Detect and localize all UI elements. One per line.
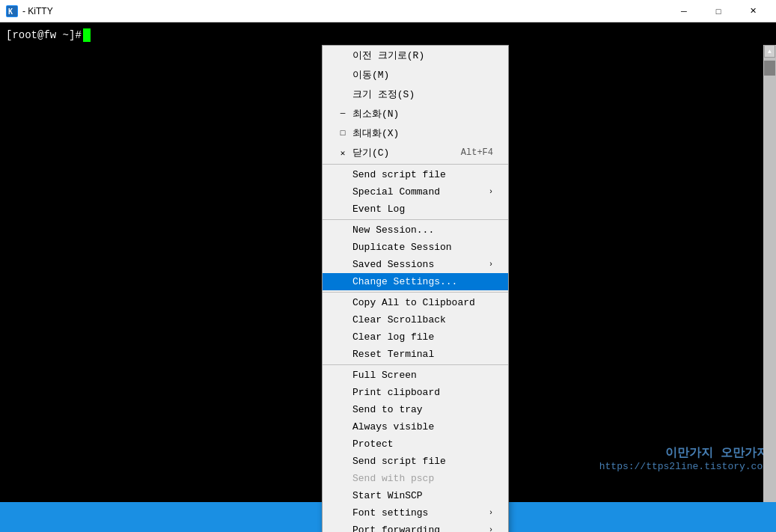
menu-label-close: 닫기(C) xyxy=(352,146,389,159)
menu-label-clear-scrollback: Clear Scrollback xyxy=(352,314,446,325)
menu-item-reset-terminal[interactable]: Reset Terminal xyxy=(323,346,508,363)
title-bar: K - KiTTY ─ □ ✕ xyxy=(0,0,776,22)
menu-item-left: Duplicate Session xyxy=(337,242,452,253)
menu-label-send-script2: Send script file xyxy=(352,456,446,467)
terminal-prompt: [root@fw ~]# xyxy=(6,28,770,42)
menu-item-protect[interactable]: Protect xyxy=(323,435,508,453)
menu-item-left: Start WinSCP xyxy=(337,490,423,501)
menu-item-left: Always visible xyxy=(337,421,434,432)
cursor xyxy=(83,28,91,42)
menu-label-send-to-tray: Send to tray xyxy=(352,404,423,415)
menu-item-resize[interactable]: 크기 조정(S) xyxy=(323,85,508,104)
context-menu-overlay: 이전 크기로(R)이동(M)크기 조정(S)─최소화(N)□최대화(X)✕닫기(… xyxy=(0,45,776,532)
menu-item-send-script2[interactable]: Send script file xyxy=(323,453,508,470)
menu-label-reset-terminal: Reset Terminal xyxy=(352,349,434,360)
menu-label-start-winscp: Start WinSCP xyxy=(352,490,423,501)
submenu-arrow-font-settings: › xyxy=(489,509,493,517)
menu-item-special-command[interactable]: Special Command› xyxy=(323,183,508,201)
menu-item-port-forwarding[interactable]: Port forwarding› xyxy=(323,522,508,532)
menu-item-saved-sessions[interactable]: Saved Sessions› xyxy=(323,256,508,273)
menu-item-left: Clear log file xyxy=(337,331,434,343)
submenu-arrow-port-forwarding: › xyxy=(489,526,493,532)
menu-item-left: Full Screen xyxy=(337,370,417,381)
menu-prefix-minimize: ─ xyxy=(337,109,348,118)
menu-label-minimize: 최소화(N) xyxy=(352,107,399,120)
menu-item-print-clipboard[interactable]: Print clipboard xyxy=(323,384,508,401)
menu-item-left: Send to tray xyxy=(337,404,423,415)
menu-label-copy-all: Copy All to Clipboard xyxy=(352,297,475,308)
app-icon: K xyxy=(6,5,18,17)
maximize-button[interactable]: □ xyxy=(701,0,736,22)
menu-item-left: 이전 크기로(R) xyxy=(337,49,424,62)
menu-item-left: Port forwarding xyxy=(337,525,440,532)
menu-item-left: 이동(M) xyxy=(337,68,389,82)
menu-item-left: Reset Terminal xyxy=(337,349,434,360)
menu-item-close[interactable]: ✕닫기(C)Alt+F4 xyxy=(323,143,508,162)
menu-item-left: Change Settings... xyxy=(337,276,457,287)
menu-label-restore: 이전 크기로(R) xyxy=(352,49,424,62)
menu-separator xyxy=(323,292,508,293)
menu-item-left: Send with pscp xyxy=(337,473,434,484)
menu-item-left: Send script file xyxy=(337,456,446,467)
menu-label-full-screen: Full Screen xyxy=(352,370,417,381)
menu-label-print-clipboard: Print clipboard xyxy=(352,387,440,398)
menu-label-special-command: Special Command xyxy=(352,186,440,198)
menu-item-left: Special Command xyxy=(337,186,440,198)
terminal-area: [root@fw ~]# 이만가지 오만가지 https://ttps2line… xyxy=(0,22,776,532)
menu-item-change-settings[interactable]: Change Settings... xyxy=(323,273,508,290)
menu-label-send-with-pscp: Send with pscp xyxy=(352,473,434,484)
menu-label-move: 이동(M) xyxy=(352,68,389,82)
menu-item-left: 크기 조정(S) xyxy=(337,88,415,101)
menu-item-send-to-tray[interactable]: Send to tray xyxy=(323,401,508,418)
menu-item-send-script[interactable]: Send script file xyxy=(323,166,508,183)
menu-item-duplicate-session[interactable]: Duplicate Session xyxy=(323,239,508,256)
menu-label-font-settings: Font settings xyxy=(352,507,428,519)
menu-prefix-close: ✕ xyxy=(337,148,348,158)
menu-item-new-session[interactable]: New Session... xyxy=(323,221,508,239)
menu-item-left: Print clipboard xyxy=(337,387,440,398)
window-title: - KiTTY xyxy=(22,6,53,16)
menu-item-left: ─최소화(N) xyxy=(337,107,399,120)
menu-item-left: □최대화(X) xyxy=(337,126,399,140)
minimize-button[interactable]: ─ xyxy=(667,0,701,22)
menu-item-move[interactable]: 이동(M) xyxy=(323,65,508,85)
menu-item-always-visible[interactable]: Always visible xyxy=(323,418,508,435)
menu-item-minimize[interactable]: ─최소화(N) xyxy=(323,104,508,123)
menu-item-maximize[interactable]: □최대화(X) xyxy=(323,123,508,143)
title-bar-left: K - KiTTY xyxy=(6,5,53,17)
menu-item-left: Saved Sessions xyxy=(337,259,434,270)
menu-item-left: Copy All to Clipboard xyxy=(337,297,475,308)
menu-item-left: Protect xyxy=(337,438,394,450)
menu-item-event-log[interactable]: Event Log xyxy=(323,201,508,218)
menu-label-change-settings: Change Settings... xyxy=(352,276,457,287)
svg-text:K: K xyxy=(8,7,13,16)
menu-shortcut-close: Alt+F4 xyxy=(461,147,493,158)
menu-prefix-maximize: □ xyxy=(337,129,348,138)
menu-item-clear-scrollback[interactable]: Clear Scrollback xyxy=(323,311,508,328)
submenu-arrow-saved-sessions: › xyxy=(489,260,493,269)
menu-label-protect: Protect xyxy=(352,438,394,450)
menu-item-font-settings[interactable]: Font settings› xyxy=(323,504,508,522)
menu-label-resize: 크기 조정(S) xyxy=(352,88,415,101)
menu-label-send-script: Send script file xyxy=(352,169,446,180)
menu-label-new-session: New Session... xyxy=(352,224,434,236)
menu-item-restore[interactable]: 이전 크기로(R) xyxy=(323,46,508,65)
menu-item-left: Send script file xyxy=(337,169,446,180)
menu-item-clear-log[interactable]: Clear log file xyxy=(323,328,508,346)
close-button[interactable]: ✕ xyxy=(736,0,770,22)
menu-item-send-with-pscp: Send with pscp xyxy=(323,470,508,487)
menu-label-event-log: Event Log xyxy=(352,204,405,215)
menu-item-start-winscp[interactable]: Start WinSCP xyxy=(323,487,508,504)
menu-label-duplicate-session: Duplicate Session xyxy=(352,242,452,253)
menu-item-left: New Session... xyxy=(337,224,434,236)
menu-separator xyxy=(323,219,508,220)
menu-item-left: Font settings xyxy=(337,507,428,519)
menu-label-port-forwarding: Port forwarding xyxy=(352,525,440,532)
menu-item-full-screen[interactable]: Full Screen xyxy=(323,367,508,384)
menu-label-saved-sessions: Saved Sessions xyxy=(352,259,434,270)
menu-item-left: ✕닫기(C) xyxy=(337,146,389,159)
menu-item-left: Clear Scrollback xyxy=(337,314,446,325)
menu-item-copy-all[interactable]: Copy All to Clipboard xyxy=(323,294,508,311)
menu-separator xyxy=(323,364,508,365)
menu-label-maximize: 최대화(X) xyxy=(352,126,399,140)
